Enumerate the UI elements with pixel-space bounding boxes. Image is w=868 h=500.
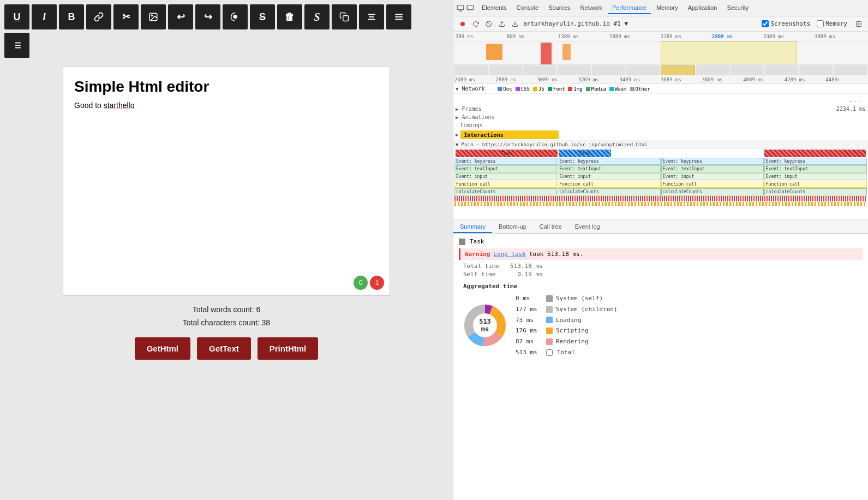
performance-toolbar: arturkhayrulin.github.io #1 ▼ Screenshot… [453, 16, 868, 32]
editor-title: Simple Html editor [74, 78, 379, 96]
event-calcounts-4[interactable]: calculateCounts [764, 188, 867, 195]
download-button[interactable] [510, 19, 520, 29]
event-input-3[interactable]: Event: input [661, 173, 764, 180]
total-time-value: 513.18 ms [510, 263, 543, 270]
event-textinput-1[interactable]: Event: textInput [454, 165, 557, 172]
copy-button[interactable] [332, 4, 357, 29]
event-input-1[interactable]: Event: input [454, 173, 557, 180]
screenshots-label[interactable]: Screenshots [762, 20, 810, 27]
legend-rendering: 87 ms Rendering [516, 336, 618, 347]
underline-button[interactable]: U [4, 4, 29, 29]
flame-area[interactable]: ... ▶ Frames 2234.1 ms ▶ Animations Timi… [453, 94, 868, 219]
list-button[interactable] [4, 33, 29, 58]
swatch-system-children [546, 306, 553, 313]
tab-console[interactable]: Console [512, 2, 543, 14]
event-rows: Event: keypress Event: keypress Event: k… [453, 158, 868, 195]
ruler-mark-4: 1889 ms [609, 34, 661, 39]
task-color-box [459, 239, 465, 245]
event-textinput-3[interactable]: Event: textInput [661, 165, 764, 172]
flame-ruler: 2689 ms 2889 ms 3089 ms 3269 ms 3489 ms … [453, 75, 868, 84]
event-keypress-4[interactable]: Event: keypress [764, 158, 867, 165]
cut-button[interactable]: ✂ [113, 4, 139, 29]
paint-button[interactable] [223, 4, 248, 29]
donut-area: 513 ms 0 ms System (self) 177 ms System … [459, 293, 863, 358]
gettext-button[interactable]: GetText [197, 337, 251, 360]
tab-elements[interactable]: Elements [477, 2, 511, 14]
frames-row[interactable]: ▶ Frames 2234.1 ms [453, 105, 868, 113]
network-legend: Doc CSS JS Font Img Media Wasm Other [498, 86, 650, 92]
main-label: ▼ Main — https://arturkhayrulin.github.i… [453, 141, 868, 149]
ruler-mark-2: 889 ms [507, 34, 558, 39]
aggregated-title: Aggregated time [459, 283, 863, 290]
tab-bottomup[interactable]: Bottom-up [492, 221, 533, 233]
spellcheck-button[interactable]: S [304, 4, 330, 29]
event-calcounts-3[interactable]: calculateCounts [661, 188, 764, 195]
italic-button[interactable]: I [32, 4, 57, 29]
svg-rect-24 [857, 21, 861, 26]
animations-row[interactable]: ▶ Animations [453, 113, 868, 121]
timings-row[interactable]: Timings [453, 121, 868, 129]
event-input-2[interactable]: Event: input [558, 173, 660, 180]
upload-button[interactable] [497, 19, 507, 29]
redo-button[interactable]: ↪ [195, 4, 220, 29]
undo-button[interactable]: ↩ [168, 4, 193, 29]
screenshots-checkbox[interactable] [762, 20, 769, 27]
event-input-4[interactable]: Event: input [764, 173, 867, 180]
memory-checkbox[interactable] [817, 20, 824, 27]
record-button[interactable] [458, 19, 468, 29]
event-funccall-3[interactable]: Function call [661, 181, 764, 188]
timeline-ruler: 389 ms 889 ms 1389 ms 1889 ms 2389 ms 28… [453, 32, 868, 41]
event-calcounts-2[interactable]: calculateCounts [558, 188, 660, 195]
event-funccall-2[interactable]: Function call [558, 181, 660, 188]
task-blocks: Task Task [454, 150, 867, 157]
donut-label: 513 ms [474, 318, 496, 333]
tab-security[interactable]: Security [722, 2, 753, 14]
tab-application[interactable]: Application [684, 2, 722, 14]
printhtml-button[interactable]: PrintHtml [258, 337, 319, 360]
total-checkbox[interactable] [546, 349, 553, 356]
trash-button[interactable]: 🗑 [277, 4, 302, 29]
reload-record-button[interactable] [471, 19, 481, 29]
strikethrough-button[interactable]: S [250, 4, 275, 29]
task-block-2[interactable]: Task [559, 150, 611, 157]
tab-calltree[interactable]: Call tree [533, 221, 568, 233]
event-textinput-4[interactable]: Event: textInput [764, 165, 867, 172]
editor-area[interactable]: Simple Html editor Good to starthello 0 … [63, 67, 390, 296]
event-keypress-1[interactable]: Event: keypress [454, 158, 557, 165]
link-button[interactable] [86, 4, 111, 29]
event-funccall-4[interactable]: Function call [764, 181, 867, 188]
tab-summary[interactable]: Summary [453, 221, 492, 233]
tab-performance[interactable]: Performance [608, 2, 651, 14]
long-task-link[interactable]: Long task [493, 251, 526, 258]
network-label: Network [462, 86, 494, 92]
timeline-graph[interactable] [453, 41, 868, 75]
ruler-mark-5: 2389 ms [661, 34, 712, 39]
frames-value: 2234.1 ms [836, 106, 866, 112]
tab-sources[interactable]: Sources [544, 2, 574, 14]
interactions-triangle[interactable]: ▶ [456, 132, 458, 138]
settings-button[interactable] [854, 19, 864, 29]
event-textinput-2[interactable]: Event: textInput [558, 165, 660, 172]
event-funccall-1[interactable]: Function call [454, 181, 557, 188]
toolbar-row-2 [4, 33, 448, 58]
timeline-overview[interactable]: 389 ms 889 ms 1389 ms 1889 ms 2389 ms 28… [453, 32, 868, 75]
event-keypress-3[interactable]: Event: keypress [661, 158, 764, 165]
task-block-3[interactable] [764, 150, 866, 157]
align-justify-button[interactable] [386, 4, 411, 29]
task-block-1[interactable]: Task [456, 150, 558, 157]
event-keypress-2[interactable]: Event: keypress [558, 158, 660, 165]
tab-eventlog[interactable]: Event log [568, 221, 607, 233]
tab-network[interactable]: Network [576, 2, 607, 14]
devtools-tabs: Elements Console Sources Network Perform… [453, 0, 868, 16]
clear-button[interactable] [484, 19, 494, 29]
tab-memory[interactable]: Memory [652, 2, 683, 14]
separator: ... [453, 94, 868, 105]
bold-button[interactable]: B [59, 4, 84, 29]
network-triangle[interactable]: ▼ [456, 86, 458, 92]
memory-label[interactable]: Memory [817, 20, 847, 27]
align-center-button[interactable] [359, 4, 384, 29]
gethtml-button[interactable]: GetHtml [135, 337, 190, 360]
event-calcounts-1[interactable]: calculateCounts [454, 188, 557, 195]
legend-scripting: 176 ms Scripting [516, 325, 618, 336]
image-button[interactable] [141, 4, 166, 29]
